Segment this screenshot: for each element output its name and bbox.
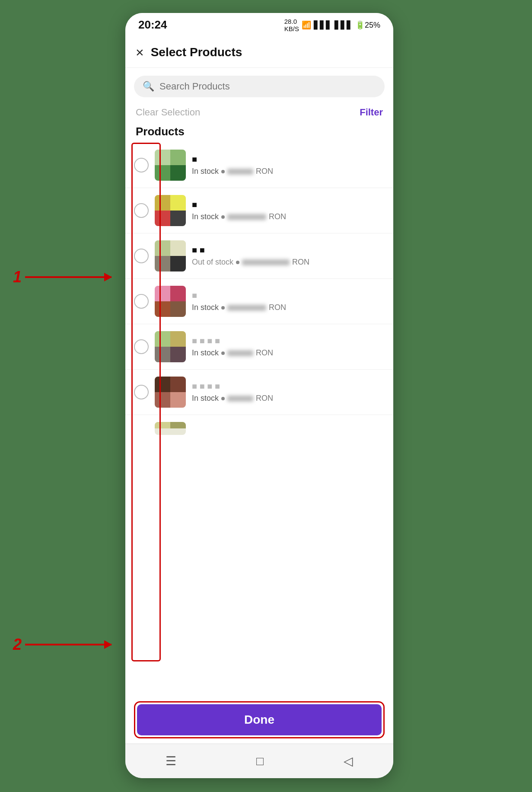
data-speed-icon: 28.0KB/S [284, 18, 299, 32]
product-thumbnail-4 [155, 286, 186, 317]
home-icon[interactable]: □ [256, 754, 264, 768]
list-item[interactable]: ■ In stock RON [125, 188, 393, 233]
annotation-label-1: 1 [13, 268, 22, 286]
status-time: 20:24 [138, 18, 167, 32]
product-meta-3: Out of stock RON [192, 258, 385, 267]
battery-icon: 🔋25% [355, 20, 380, 30]
product-info-4: ■ In stock RON [192, 291, 385, 312]
signal-icon: ▋▋▋ [314, 20, 332, 30]
list-item[interactable]: ■ ■ ■ ■ In stock RON [125, 324, 393, 370]
clear-selection-button[interactable]: Clear Selection [136, 107, 200, 118]
product-thumbnail-partial [155, 422, 186, 435]
product-info-2: ■ In stock RON [192, 200, 385, 221]
page-title: Select Products [151, 45, 242, 59]
close-button[interactable]: × [136, 45, 144, 59]
list-item-partial [125, 415, 393, 437]
product-name-1: ■ [192, 154, 385, 164]
back-icon[interactable]: ◁ [344, 754, 353, 768]
wifi-icon: 📶 [302, 20, 311, 30]
nav-bar: ☰ □ ◁ [125, 744, 393, 778]
product-thumbnail-2 [155, 195, 186, 226]
product-name-2: ■ [192, 200, 385, 210]
radio-button-2[interactable] [134, 203, 149, 218]
actions-row: Clear Selection Filter [125, 102, 393, 121]
arrow-line-1 [25, 276, 111, 278]
status-bar: 20:24 28.0KB/S 📶 ▋▋▋ ▋▋▋ 🔋25% [125, 13, 393, 37]
product-name-5: ■ ■ ■ ■ [192, 336, 385, 346]
radio-button-4[interactable] [134, 294, 149, 309]
product-thumbnail-5 [155, 331, 186, 362]
product-thumbnail-6 [155, 377, 186, 408]
list-item[interactable]: ■ ■ Out of stock RON [125, 233, 393, 279]
stock-dot-6 [221, 397, 225, 400]
annotation-label-2: 2 [13, 636, 22, 654]
product-name-3: ■ ■ [192, 245, 385, 255]
product-info-6: ■ ■ ■ ■ In stock RON [192, 381, 385, 403]
radio-button-6[interactable] [134, 385, 149, 399]
filter-button[interactable]: Filter [360, 107, 383, 118]
list-item[interactable]: ■ ■ ■ ■ In stock RON [125, 370, 393, 415]
stock-dot-2 [221, 215, 225, 219]
radio-button-1[interactable] [134, 158, 149, 172]
bottom-section: Done [125, 696, 393, 744]
done-button-wrapper: Done [134, 701, 385, 738]
header: × Select Products [125, 37, 393, 68]
search-bar[interactable]: 🔍 [134, 76, 385, 97]
signal-icon-2: ▋▋▋ [334, 20, 353, 30]
arrow-line-2 [25, 644, 111, 645]
product-meta-1: In stock RON [192, 167, 385, 176]
stock-dot-5 [221, 351, 225, 355]
product-name-4: ■ [192, 291, 385, 300]
search-icon: 🔍 [143, 81, 154, 92]
menu-icon[interactable]: ☰ [166, 754, 176, 768]
status-icons: 28.0KB/S 📶 ▋▋▋ ▋▋▋ 🔋25% [284, 18, 380, 32]
product-info-3: ■ ■ Out of stock RON [192, 245, 385, 267]
product-name-6: ■ ■ ■ ■ [192, 381, 385, 391]
stock-dot-1 [221, 170, 225, 173]
product-meta-4: In stock RON [192, 303, 385, 312]
annotation-2: 2 [13, 636, 111, 654]
list-item[interactable]: ■ In stock RON [125, 143, 393, 188]
stock-dot-4 [221, 306, 225, 310]
product-meta-2: In stock RON [192, 212, 385, 221]
search-bar-wrapper: 🔍 [125, 68, 393, 102]
annotation-1: 1 [13, 268, 111, 286]
product-meta-5: In stock RON [192, 348, 385, 358]
done-button[interactable]: Done [137, 704, 382, 735]
list-item[interactable]: ■ In stock RON [125, 279, 393, 324]
radio-button-5[interactable] [134, 339, 149, 354]
phone-shell: 20:24 28.0KB/S 📶 ▋▋▋ ▋▋▋ 🔋25% × Select P… [125, 13, 393, 778]
product-list: ■ In stock RON [125, 143, 393, 696]
product-info-1: ■ In stock RON [192, 154, 385, 176]
products-heading: Products [125, 121, 393, 143]
product-info-5: ■ ■ ■ ■ In stock RON [192, 336, 385, 358]
product-thumbnail-1 [155, 150, 186, 181]
product-thumbnail-3 [155, 240, 186, 271]
stock-dot-3 [236, 261, 239, 264]
radio-button-3[interactable] [134, 249, 149, 263]
search-input[interactable] [159, 81, 376, 92]
product-meta-6: In stock RON [192, 394, 385, 403]
